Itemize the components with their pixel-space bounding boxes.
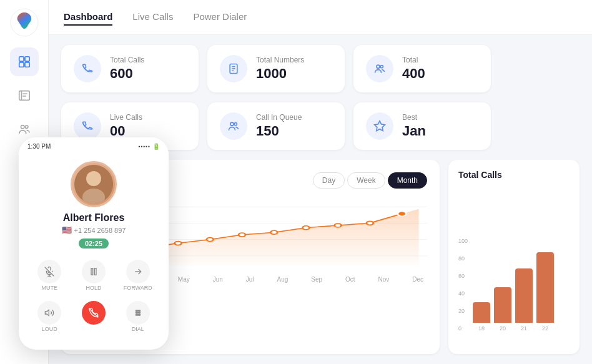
svg-point-17	[230, 122, 234, 125]
svg-point-51	[136, 314, 137, 315]
card-best-info: Best Jan	[402, 113, 426, 139]
svg-point-28	[207, 238, 214, 242]
tab-power-dialer[interactable]: Power Dialer	[193, 9, 247, 26]
card-total-numbers: Total Numbers 1000	[207, 45, 345, 92]
hold-button[interactable]: HOLD	[73, 256, 115, 295]
svg-rect-5	[19, 91, 29, 101]
loud-label: LOUD	[42, 326, 57, 332]
svg-point-30	[270, 230, 277, 234]
cards-row-1: Total Calls 600 Total Numbers 1000	[49, 35, 592, 102]
bar-21: 21	[515, 268, 533, 332]
avatar-inner	[74, 165, 113, 204]
phone-icon	[74, 55, 101, 82]
x-label-may: May	[178, 276, 190, 283]
tab-dashboard[interactable]: Dashboard	[64, 9, 112, 26]
svg-point-48	[136, 312, 137, 313]
svg-point-31	[303, 226, 310, 230]
chart-btn-day[interactable]: Day	[313, 172, 345, 189]
svg-point-15	[377, 65, 380, 68]
card-call-in-queue-label: Call In Queue	[256, 113, 302, 122]
phone-signal: ▪▪▪▪▪	[139, 144, 150, 149]
end-call-button[interactable]	[73, 297, 115, 336]
call-timer: 02:25	[79, 239, 109, 248]
x-label-aug: Aug	[277, 276, 288, 283]
card-total-calls: Total Calls 600	[61, 45, 199, 92]
card-live-calls-label: Live Calls	[110, 113, 142, 122]
tab-live-calls[interactable]: Live Calls	[132, 9, 173, 26]
caller-number: 🇺🇸 +1 254 2658 897	[62, 225, 126, 235]
y-label-40: 40	[458, 290, 468, 297]
end-call-icon	[89, 308, 99, 318]
card-best-value: Jan	[402, 123, 426, 139]
mute-label: MUTE	[42, 285, 58, 291]
card-best: Best Jan	[353, 102, 491, 150]
hold-icon-bg	[82, 260, 106, 283]
y-label-60: 60	[458, 273, 468, 279]
phone-battery: 🔋	[152, 143, 160, 150]
phone-time: 1:30 PM	[27, 143, 51, 150]
phone-body: Albert Flores 🇺🇸 +1 254 2658 897 02:25	[19, 155, 169, 350]
x-label-oct: Oct	[345, 276, 355, 283]
dial-icon	[133, 308, 143, 318]
svg-point-27	[175, 242, 182, 245]
svg-point-16	[380, 66, 383, 68]
loud-button[interactable]: LOUD	[29, 297, 71, 336]
card-call-in-queue: Call In Queue 150	[207, 102, 345, 150]
forward-icon-bg	[126, 260, 150, 283]
card-total-extra-value: 400	[402, 66, 425, 82]
svg-point-36	[86, 171, 101, 186]
svg-point-32	[335, 224, 342, 227]
card-total-extra-label: Total	[402, 56, 425, 64]
mute-icon-bg	[37, 260, 61, 283]
x-label-nov: Nov	[378, 276, 389, 283]
dial-label: DIAL	[132, 326, 144, 332]
sidebar-item-contacts[interactable]	[10, 81, 39, 110]
card-total-numbers-label: Total Numbers	[256, 56, 304, 64]
hold-icon	[89, 267, 99, 277]
star-icon	[366, 112, 393, 140]
card-total-numbers-info: Total Numbers 1000	[256, 56, 304, 82]
bar-20: 20	[494, 287, 511, 332]
dial-button[interactable]: DIAL	[117, 297, 159, 336]
card-total-extra-info: Total 400	[402, 56, 425, 82]
svg-point-29	[239, 233, 245, 237]
svg-marker-19	[375, 121, 385, 131]
phone-controls: MUTE HOLD	[29, 256, 159, 336]
y-label-80: 80	[458, 255, 468, 262]
svg-rect-4	[24, 62, 29, 67]
phone-status-icons: ▪▪▪▪▪ 🔋	[139, 143, 160, 150]
card-total-calls-label: Total Calls	[110, 56, 144, 64]
card-best-label: Best	[402, 113, 426, 122]
people-icon	[366, 55, 393, 82]
avatar	[71, 161, 117, 207]
chart-btn-month[interactable]: Month	[388, 172, 427, 189]
svg-point-9	[21, 125, 24, 129]
app-logo	[9, 7, 39, 37]
y-label-100: 100	[458, 238, 468, 244]
phone-overlay: 1:30 PM ▪▪▪▪▪ 🔋 Albert Flores	[19, 137, 169, 350]
x-label-sep: Sep	[311, 276, 322, 283]
forward-label: FORWARD	[124, 285, 152, 291]
card-total-calls-value: 600	[110, 66, 144, 82]
forward-button[interactable]: FORWARD	[117, 256, 159, 295]
svg-point-50	[139, 312, 140, 313]
card-call-in-queue-info: Call In Queue 150	[256, 113, 302, 139]
x-label-dec: Dec	[412, 276, 423, 283]
mute-icon	[44, 267, 54, 277]
svg-point-53	[139, 314, 140, 315]
flag-icon: 🇺🇸	[62, 225, 72, 235]
svg-rect-42	[94, 268, 96, 275]
bar-chart-body: 0 20 40 60 80 100 18	[458, 186, 570, 344]
caller-name: Albert Flores	[63, 212, 125, 224]
end-call-icon-bg	[82, 301, 106, 325]
forward-icon	[133, 267, 143, 277]
chart-btn-week[interactable]: Week	[347, 172, 385, 189]
sidebar-item-dashboard[interactable]	[10, 47, 39, 76]
y-label-20: 20	[458, 308, 468, 314]
hold-label: HOLD	[86, 285, 101, 291]
x-label-jun: Jun	[213, 276, 223, 283]
chart-buttons: Day Week Month	[313, 172, 427, 189]
nav-tabs: Dashboard Live Calls Power Dialer	[49, 0, 592, 35]
mute-button[interactable]: MUTE	[29, 256, 71, 295]
bar-18: 18	[473, 302, 490, 332]
